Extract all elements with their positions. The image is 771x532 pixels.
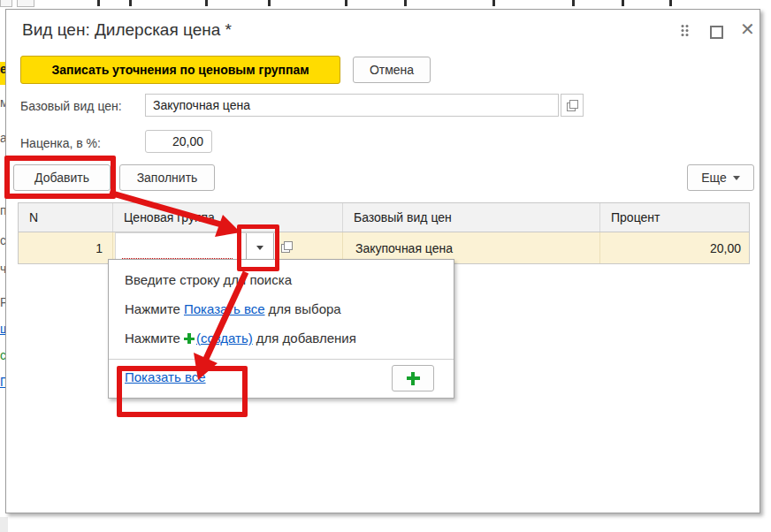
add-button[interactable]: Добавить (13, 164, 111, 191)
screen: е м а п с ч Р щ с Г Вид цен: Дилерская ц… (0, 0, 771, 532)
price-group-choose-icon[interactable] (281, 241, 293, 253)
cancel-button[interactable]: Отмена (353, 57, 431, 83)
window-behind-tab-fragment (0, 0, 12, 7)
header-percent: Процент (600, 203, 749, 232)
window-behind-text-fragment (345, 0, 347, 6)
plus-icon (407, 372, 420, 385)
base-price-label: Базовый вид цен: (20, 99, 122, 113)
more-button-label: Еще (701, 171, 727, 185)
hint-suffix: для выбора (269, 301, 341, 316)
hint-create-line: Нажмите(создать)для добавления (125, 331, 356, 346)
window-behind-text-fragment (572, 0, 575, 6)
base-price-choose-button[interactable] (561, 94, 584, 117)
window-behind-text-fragment (669, 0, 672, 6)
close-icon[interactable]: ✕ (740, 19, 755, 40)
dropdown-arrow-icon (256, 246, 263, 250)
dialog-title: Вид цен: Дилерская цена * (22, 20, 232, 40)
hint-suffix: для добавления (256, 331, 356, 346)
plus-icon (184, 333, 195, 344)
price-group-input[interactable] (115, 232, 276, 262)
window-behind-panel-fragment (0, 517, 8, 532)
show-all-inline-link[interactable]: Показать все (184, 301, 265, 316)
create-new-button[interactable] (392, 365, 434, 391)
window-behind-text-fragment (622, 0, 624, 6)
create-inline-link[interactable]: (создать) (196, 331, 253, 346)
hint-search-text: Введите строку для поиска (125, 272, 292, 287)
header-n: N (19, 203, 113, 232)
header-price-group: Ценовая группа (113, 203, 343, 232)
table-header-row: N Ценовая группа Базовый вид цен Процент (19, 203, 749, 232)
hint-prefix: Нажмите (125, 331, 180, 346)
markup-label: Наценка, в %: (20, 136, 101, 150)
hint-show-all-line: НажмитеПоказать вседля выбора (125, 301, 341, 316)
price-groups-table: N Ценовая группа Базовый вид цен Процент… (18, 202, 750, 264)
more-button[interactable]: Еще (687, 164, 754, 191)
window-behind-tab-fragment (17, 0, 34, 7)
choose-icon (567, 100, 578, 111)
header-base-price: Базовый вид цен (343, 203, 600, 232)
maximize-icon[interactable] (710, 26, 723, 39)
base-price-input[interactable]: Закупочная цена (145, 94, 559, 117)
window-behind-text-fragment (97, 0, 100, 6)
popup-divider (109, 359, 454, 360)
window-behind-text-fragment (492, 0, 495, 6)
hint-prefix: Нажмите (125, 301, 180, 316)
cell-n[interactable]: 1 (19, 232, 113, 263)
markup-input[interactable]: 20,00 (145, 130, 212, 153)
window-behind-text-fragment (129, 0, 132, 6)
cell-percent[interactable]: 20,00 (600, 232, 749, 263)
window-behind-text-fragment (205, 0, 208, 6)
dropdown-hint-popup: Введите строку для поиска НажмитеПоказат… (108, 259, 454, 399)
window-behind-text-fragment (404, 0, 407, 6)
show-all-link[interactable]: Показать все (125, 369, 206, 384)
chevron-down-icon (733, 176, 740, 180)
window-behind-text-fragment (268, 0, 271, 6)
save-refinements-button[interactable]: Записать уточнения по ценовым группам (20, 56, 340, 84)
fill-button[interactable]: Заполнить (119, 164, 215, 191)
window-menu-icon[interactable] (680, 24, 691, 38)
